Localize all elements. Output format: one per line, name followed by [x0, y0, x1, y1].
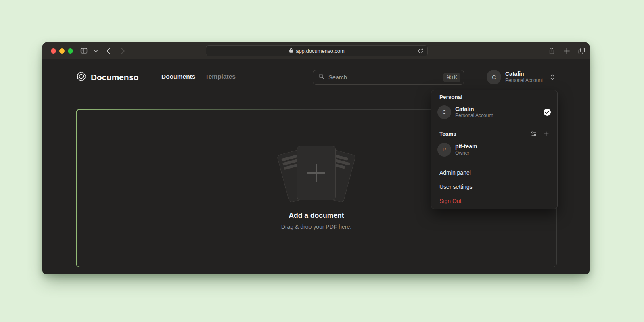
address-bar[interactable]: app.documenso.com [206, 45, 428, 56]
zoom-window-button[interactable] [68, 48, 73, 54]
personal-name: Catalin [455, 105, 539, 113]
manage-teams-icon[interactable] [530, 130, 537, 137]
brand[interactable]: Documenso [76, 71, 138, 84]
chevrons-up-down-icon [550, 74, 555, 81]
account-avatar: C [487, 70, 501, 84]
card-center [297, 146, 336, 200]
team-role: Owner [455, 150, 551, 157]
lock-icon [289, 48, 293, 54]
search-icon [318, 73, 325, 82]
titlebar-divider [91, 47, 91, 54]
back-button[interactable] [104, 42, 112, 59]
team-name: pit-team [455, 143, 551, 150]
menu-divider [431, 163, 557, 163]
menu-item-admin-panel[interactable]: Admin panel [431, 165, 557, 180]
share-icon[interactable] [547, 42, 556, 59]
window-controls [51, 48, 73, 54]
dropzone-title: Add a document [289, 211, 344, 220]
personal-section-heading: Personal [431, 92, 557, 102]
forward-button[interactable] [119, 42, 127, 59]
personal-avatar: C [437, 105, 451, 119]
personal-account-row[interactable]: C Catalin Personal Account [431, 102, 557, 123]
add-team-icon[interactable] [543, 131, 549, 137]
account-type: Personal Account [505, 77, 543, 84]
menu-item-user-settings[interactable]: User settings [431, 180, 557, 194]
tab-overview-icon[interactable] [576, 42, 587, 59]
close-window-button[interactable] [51, 48, 56, 54]
search-shortcut-badge: ⌘+K [443, 73, 460, 82]
main-nav: Documents Templates [161, 73, 236, 80]
dropzone-subtitle: Drag & drop your PDF here. [281, 224, 351, 230]
document-cards-illustration [276, 145, 357, 202]
team-row[interactable]: P pit-team Owner [431, 139, 557, 160]
search-input[interactable] [328, 74, 439, 81]
address-url: app.documenso.com [296, 48, 345, 54]
documenso-logo-icon [76, 71, 87, 84]
account-menu-button[interactable]: C Catalin Personal Account [487, 70, 555, 84]
teams-section-heading: Teams [439, 131, 456, 137]
search-box[interactable]: ⌘+K [313, 70, 464, 85]
account-dropdown-menu: Personal C Catalin Personal Account Team… [431, 90, 558, 209]
nav-documents[interactable]: Documents [161, 73, 195, 80]
app-header: Documenso Documents Templates ⌘+K C Cata… [42, 59, 590, 95]
browser-titlebar: app.documenso.com [42, 42, 590, 59]
team-avatar: P [437, 143, 451, 157]
account-name: Catalin [505, 71, 543, 78]
nav-templates[interactable]: Templates [205, 73, 236, 80]
minimize-window-button[interactable] [59, 48, 65, 54]
personal-type: Personal Account [455, 113, 539, 119]
selected-check-icon [544, 109, 551, 116]
plus-icon [307, 164, 325, 182]
sidebar-chevron-down-icon[interactable] [92, 42, 99, 59]
brand-name: Documenso [91, 73, 138, 82]
reload-icon[interactable] [418, 48, 424, 56]
sidebar-toggle-icon[interactable] [79, 42, 89, 59]
menu-item-sign-out[interactable]: Sign Out [431, 194, 557, 208]
menu-divider [431, 125, 557, 125]
new-tab-icon[interactable] [562, 42, 571, 59]
